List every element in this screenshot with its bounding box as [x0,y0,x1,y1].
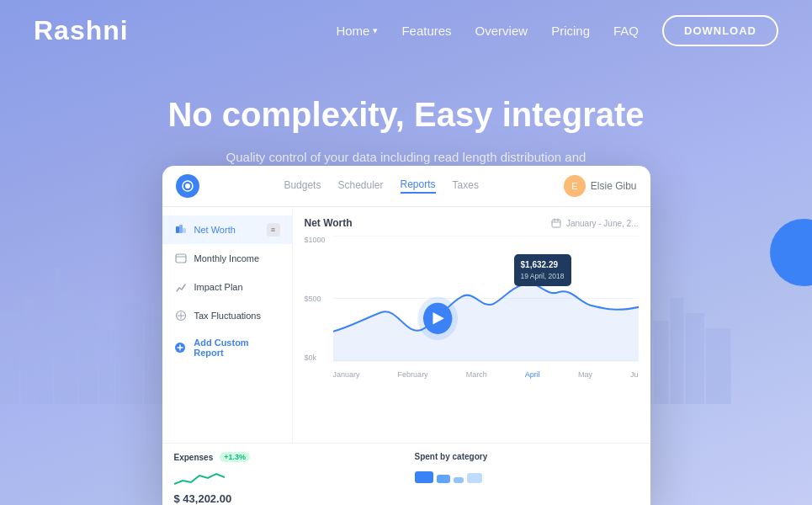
chart-date-range: January - June, 2... [551,218,639,228]
chart-x-axis: January February March April May Ju [333,370,639,379]
sidebar-label-tax-fluctuations: Tax Fluctuations [194,311,261,321]
expenses-section: Expenses +1.3% $ 43,202.00 [174,452,398,505]
svg-rect-16 [686,313,705,404]
net-worth-icon [174,223,188,237]
dashboard-logo [176,174,199,198]
logo: Rashni [34,15,129,46]
tab-budgets[interactable]: Budgets [284,179,321,193]
download-button[interactable]: DOWNLOAD [662,15,778,46]
sidebar-label-add-custom: Add Custom Report [194,338,279,358]
svg-point-19 [185,183,190,189]
svg-rect-7 [116,302,143,405]
svg-rect-22 [183,228,186,233]
svg-rect-20 [176,226,179,233]
x-label-jan: January [333,370,360,379]
sidebar-item-monthly-income[interactable]: Monthly Income [162,244,292,273]
sidebar-label-net-worth: Net Worth [194,225,236,235]
svg-rect-45 [467,473,482,483]
expenses-value: $ 43,202.00 [174,465,398,505]
nav-item-home[interactable]: Home ▾ [336,24,378,38]
nav-item-pricing[interactable]: Pricing [551,24,590,38]
chart-title-label: Net Worth [305,217,353,229]
nav-item-faq[interactable]: FAQ [613,24,639,38]
nav-item-features[interactable]: Features [401,24,451,38]
x-label-feb: February [398,370,428,379]
sidebar-label-monthly-income: Monthly Income [194,253,260,263]
dashboard-header: Budgets Scheduler Reports Taxes E Elsie … [162,166,650,207]
svg-rect-15 [671,298,684,404]
svg-rect-3 [55,290,77,404]
dashboard-sidebar: Net Worth ≡ Monthly Income [162,207,293,443]
monthly-income-icon [174,252,188,265]
hero-title: No complexity, Easy integrate [0,95,812,134]
tab-reports[interactable]: Reports [401,178,436,194]
sidebar-item-impact-plan[interactable]: Impact Plan [162,273,292,301]
svg-rect-5 [79,306,98,404]
spent-by-category-section: Spent by category [415,452,639,505]
chart-svg-container: $1,632.29 19 April, 2018 [333,236,639,362]
date-range-label: January - June, 2... [566,219,639,228]
svg-rect-6 [99,328,114,404]
chart-title-bar: Net Worth January - June, 2... [305,217,639,229]
nav-item-overview[interactable]: Overview [475,24,528,38]
user-info: E Elsie Gibu [564,175,637,197]
x-label-jun: Ju [630,370,639,379]
sidebar-label-impact-plan: Impact Plan [194,282,243,292]
svg-rect-43 [437,475,450,483]
tab-taxes[interactable]: Taxes [453,179,479,193]
dashboard-bottom: Expenses +1.3% $ 43,202.00 Spent by cate… [162,443,650,505]
x-label-may: May [578,370,592,379]
nav-links: Home ▾ Features Overview Pricing FAQ DOW… [336,15,778,46]
dashboard-mockup: Budgets Scheduler Reports Taxes E Elsie … [162,166,650,505]
svg-rect-1 [21,298,34,404]
svg-rect-44 [454,477,464,483]
svg-rect-21 [179,225,183,233]
svg-rect-23 [176,254,186,263]
badge-icon: ≡ [267,223,280,237]
y-label-mid: $500 [305,295,330,303]
svg-rect-2 [36,321,53,404]
svg-rect-42 [415,471,433,483]
chart-area: Net Worth January - June, 2... $1000 [293,207,650,443]
net-worth-chart: $1000 $500 $0k [305,236,639,379]
svg-rect-14 [654,321,669,404]
svg-rect-0 [0,313,19,404]
tab-scheduler[interactable]: Scheduler [337,179,383,193]
x-label-mar: March [466,370,487,379]
dashboard-tabs: Budgets Scheduler Reports Taxes [216,178,547,194]
y-label-bot: $0k [305,354,330,362]
avatar: E [564,175,586,197]
expenses-title: Expenses +1.3% [174,452,398,462]
y-label-top: $1000 [305,236,330,244]
user-name: Elsie Gibu [591,180,637,192]
dashboard-body: Net Worth ≡ Monthly Income [162,207,650,443]
svg-point-38 [523,280,529,287]
svg-rect-31 [552,220,560,227]
chart-y-axis: $1000 $500 $0k [305,236,330,362]
x-label-apr: April [525,370,540,379]
chevron-down-icon: ▾ [373,25,378,36]
sidebar-item-net-worth[interactable]: Net Worth ≡ [162,215,292,244]
spent-by-category-title: Spent by category [415,452,639,461]
add-icon [174,341,188,354]
sidebar-item-add-custom[interactable]: Add Custom Report [162,330,292,365]
tax-fluctuations-icon [174,309,188,322]
impact-plan-icon [174,280,188,294]
hero-section: Rashni Home ▾ Features Overview Pricing … [0,0,812,505]
svg-rect-17 [706,328,731,404]
trend-badge: +1.3% [220,452,250,462]
sidebar-item-tax-fluctuations[interactable]: Tax Fluctuations [162,301,292,330]
navbar: Rashni Home ▾ Features Overview Pricing … [0,0,812,61]
svg-rect-4 [55,268,61,295]
